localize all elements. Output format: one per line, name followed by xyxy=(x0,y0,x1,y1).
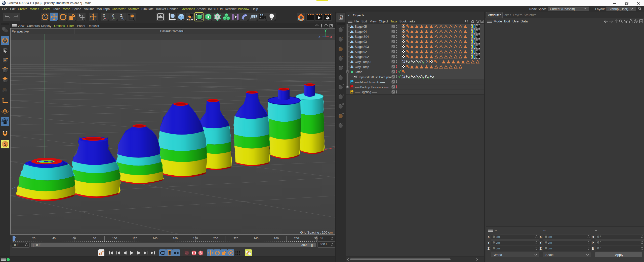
svg-text:0: 0 xyxy=(421,75,422,77)
svg-text:----- Lighting -----: ----- Lighting ----- xyxy=(355,90,377,94)
svg-text:I: I xyxy=(406,75,407,77)
svg-text:100: 100 xyxy=(112,237,117,240)
svg-text:S: S xyxy=(4,142,7,146)
svg-text:Clay Lump.1: Clay Lump.1 xyxy=(355,60,372,64)
svg-text:Z: Z xyxy=(120,14,122,17)
svg-text:Lathe: Lathe xyxy=(355,70,362,74)
svg-text:5: 5 xyxy=(421,59,422,62)
svg-text:Stage 02: Stage 02 xyxy=(355,50,367,54)
svg-text:T: T xyxy=(430,75,431,77)
svg-text:Perspective: Perspective xyxy=(12,29,29,33)
svg-text:Default Camera: Default Camera xyxy=(160,29,183,33)
svg-text:Clay Lump: Clay Lump xyxy=(355,65,369,69)
svg-text:20: 20 xyxy=(32,237,35,240)
svg-text:40: 40 xyxy=(52,237,56,240)
svg-text:120: 120 xyxy=(132,237,137,240)
svg-text:240: 240 xyxy=(254,237,258,240)
svg-text:P: P xyxy=(230,251,232,255)
svg-text:80: 80 xyxy=(93,237,96,240)
svg-text:5: 5 xyxy=(416,59,417,62)
svg-text:Stage 03: Stage 03 xyxy=(355,40,367,44)
svg-text:Grid Spacing : 100 cm: Grid Spacing : 100 cm xyxy=(300,231,333,234)
svg-text:200: 200 xyxy=(213,237,218,240)
svg-text:140: 140 xyxy=(153,237,157,240)
svg-text:180: 180 xyxy=(193,237,198,240)
svg-text:----- Backup Elements -----: ----- Backup Elements ----- xyxy=(355,86,388,89)
svg-text:5: 5 xyxy=(411,59,412,62)
svg-text:160: 160 xyxy=(173,237,178,240)
svg-text:Z: Z xyxy=(318,35,320,39)
svg-text:Stage 05: Stage 05 xyxy=(355,25,367,28)
svg-text:----- Main Elements -----: ----- Main Elements ----- xyxy=(355,81,385,84)
svg-text:260: 260 xyxy=(274,237,279,240)
svg-text:0: 0 xyxy=(416,75,417,77)
svg-text:X: X xyxy=(330,35,332,39)
svg-text:Tapered Diffuse Pot.Spline: Tapered Diffuse Pot.Spline xyxy=(358,76,392,79)
svg-text:280: 280 xyxy=(294,237,299,240)
svg-text:Stage 04: Stage 04 xyxy=(355,30,367,34)
svg-text:220: 220 xyxy=(233,237,238,240)
svg-text:Stage S04: Stage S04 xyxy=(355,35,369,39)
svg-text:I: I xyxy=(411,75,412,77)
svg-text:Stage S03: Stage S03 xyxy=(355,45,369,49)
svg-text:P: P xyxy=(425,75,427,77)
svg-text:Y: Y xyxy=(325,29,327,32)
svg-text:5: 5 xyxy=(406,59,407,62)
svg-text:60: 60 xyxy=(73,237,76,240)
svg-text:Stage S02: Stage S02 xyxy=(355,55,369,59)
